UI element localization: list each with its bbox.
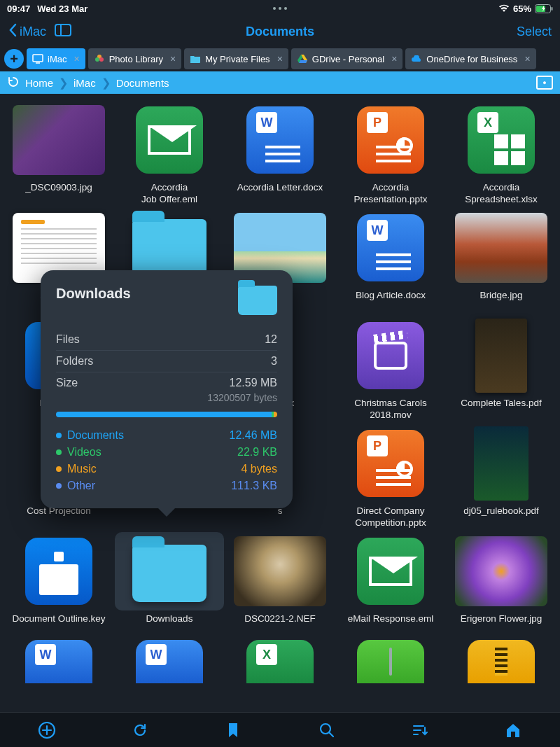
- file-item[interactable]: _DSC09003.jpg: [4, 101, 113, 206]
- file-label: Downloads: [144, 613, 196, 637]
- file-item[interactable]: AccordiaJob Offer.eml: [115, 101, 224, 206]
- file-label: Direct CompanyCompetition.pptx: [352, 505, 428, 529]
- file-item[interactable]: eMail Response.eml: [336, 532, 445, 637]
- file-item[interactable]: PDirect CompanyCompetition.pptx: [336, 424, 445, 529]
- file-item[interactable]: [447, 640, 556, 683]
- file-label: Blog Article.docx: [353, 290, 428, 314]
- svg-rect-5: [33, 55, 43, 62]
- tab-onedrive[interactable]: OneDrive for Business ×: [405, 48, 536, 69]
- file-item[interactable]: W: [4, 640, 113, 683]
- refresh-button[interactable]: [130, 720, 150, 740]
- tab-private-files[interactable]: My Private Files ×: [184, 48, 288, 69]
- file-item[interactable]: Document Outline.key: [4, 532, 113, 637]
- file-label: Accordia Letter.docx: [234, 182, 326, 206]
- nav-bar: iMac Documents Select: [0, 17, 560, 46]
- tab-label: My Private Files: [205, 54, 270, 64]
- multitask-dots[interactable]: [273, 7, 287, 10]
- tab-gdrive[interactable]: GDrive - Personal ×: [291, 48, 403, 69]
- status-time: 09:47: [7, 4, 30, 14]
- file-item[interactable]: WAccordia Letter.docx: [225, 101, 335, 206]
- search-button[interactable]: [317, 720, 337, 740]
- chevron-right-icon: ❯: [59, 76, 68, 90]
- file-label: eMail Response.eml: [345, 613, 436, 637]
- file-label: AccordiaSpreadsheet.xlsx: [462, 182, 540, 206]
- video-icon: [357, 322, 424, 389]
- file-label: Bridge.jpg: [477, 290, 526, 314]
- sort-button[interactable]: [410, 720, 430, 740]
- close-icon[interactable]: ×: [391, 53, 397, 64]
- bc-imac[interactable]: iMac: [74, 77, 96, 89]
- popover-files-value: 12: [265, 333, 277, 346]
- breakdown-row: Music4 bytes: [56, 461, 277, 477]
- file-item[interactable]: Complete Tales.pdf: [447, 316, 556, 421]
- back-button[interactable]: iMac: [8, 23, 46, 41]
- file-label: Document Outline.key: [10, 613, 108, 637]
- bc-home[interactable]: Home: [25, 77, 53, 89]
- file-label: Erigeron Flower.jpg: [458, 613, 545, 637]
- history-icon[interactable]: [7, 76, 20, 90]
- file-item[interactable]: dj05_rulebook.pdf: [447, 424, 556, 529]
- close-icon[interactable]: ×: [74, 53, 79, 64]
- popover-size-value: 12.59 MB: [230, 377, 277, 389]
- file-item[interactable]: Christmas Carols2018.mov: [336, 316, 445, 421]
- file-label: Christmas Carols2018.mov: [351, 398, 430, 421]
- screenshare-icon[interactable]: ●: [536, 76, 553, 90]
- file-item[interactable]: X: [225, 640, 335, 683]
- gdrive-icon: [297, 53, 308, 64]
- image-thumbnail: [234, 536, 326, 606]
- close-icon[interactable]: ×: [170, 53, 176, 64]
- folder-info-popover: Downloads Files12 Folders3 Size12.59 MB …: [41, 270, 293, 508]
- svg-rect-12: [511, 732, 515, 737]
- image-thumbnail: [13, 105, 105, 175]
- word-icon: W: [136, 640, 203, 683]
- file-label: AccordiaPresentation.pptx: [351, 182, 430, 206]
- popover-folders-label: Folders: [56, 355, 93, 368]
- svg-rect-2: [552, 7, 553, 11]
- storage-bar: [56, 412, 277, 417]
- file-item[interactable]: XAccordiaSpreadsheet.xlsx: [447, 101, 556, 206]
- file-label: Cost Projection: [24, 505, 94, 529]
- breakdown-row: Other111.3 KB: [56, 477, 277, 494]
- file-item[interactable]: [336, 640, 445, 683]
- breakdown-row: Documents12.46 MB: [56, 427, 277, 444]
- file-item-downloads[interactable]: Downloads: [115, 532, 224, 637]
- tab-label: iMac: [48, 54, 66, 64]
- word-icon: W: [357, 214, 424, 281]
- file-item[interactable]: DSC0221-2.NEF: [225, 532, 335, 637]
- popover-size-label: Size: [56, 377, 78, 389]
- folder-icon: [132, 219, 206, 277]
- status-bar: 09:47 Wed 23 Mar 65%: [0, 0, 560, 17]
- folder-icon: [132, 545, 206, 602]
- svg-rect-3: [55, 25, 71, 36]
- word-icon: W: [246, 106, 314, 174]
- file-item[interactable]: W: [115, 640, 224, 683]
- svg-point-8: [99, 57, 104, 62]
- bookmark-button[interactable]: [223, 720, 243, 740]
- file-item[interactable]: WBlog Article.docx: [336, 209, 445, 314]
- file-item[interactable]: PAccordiaPresentation.pptx: [336, 101, 445, 206]
- folder-icon: [238, 286, 277, 315]
- breadcrumb: Home ❯ iMac ❯ Documents ●: [0, 71, 560, 94]
- chevron-left-icon: [8, 23, 17, 41]
- select-button[interactable]: Select: [517, 25, 552, 39]
- sidebar-toggle-icon[interactable]: [55, 24, 71, 40]
- home-button[interactable]: [503, 720, 523, 740]
- file-label: DSC0221-2.NEF: [241, 613, 318, 637]
- email-icon: [136, 106, 203, 174]
- close-icon[interactable]: ×: [277, 53, 283, 64]
- breakdown-row: Videos22.9 KB: [56, 444, 277, 461]
- add-tab-button[interactable]: +: [4, 49, 24, 69]
- close-icon[interactable]: ×: [524, 53, 530, 64]
- pdf-thumbnail: [475, 319, 527, 393]
- onedrive-icon: [411, 53, 422, 64]
- tab-imac[interactable]: iMac ×: [27, 48, 85, 69]
- file-item[interactable]: Bridge.jpg: [447, 209, 556, 314]
- file-item[interactable]: Erigeron Flower.jpg: [447, 532, 556, 637]
- popover-folders-value: 3: [271, 355, 277, 368]
- numbers-icon: [357, 640, 424, 683]
- popover-files-label: Files: [56, 333, 80, 346]
- add-button[interactable]: [37, 720, 57, 740]
- bc-documents[interactable]: Documents: [116, 77, 169, 89]
- word-icon: W: [25, 640, 92, 683]
- tab-photo-library[interactable]: Photo Library ×: [88, 48, 182, 69]
